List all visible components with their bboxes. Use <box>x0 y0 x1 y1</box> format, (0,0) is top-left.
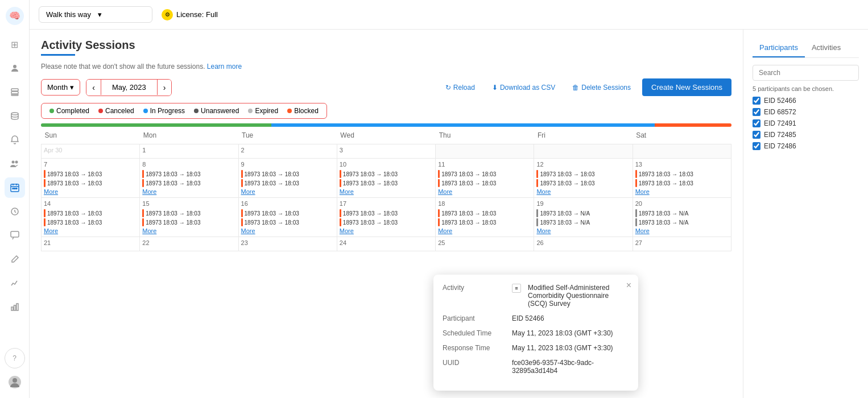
project-selector[interactable]: Walk this way ▾ <box>39 6 152 23</box>
session-item[interactable]: 18973 18:03 → 18:03 <box>142 170 235 178</box>
database-icon[interactable] <box>5 106 25 126</box>
history-icon[interactable] <box>5 201 25 222</box>
more-link[interactable]: More <box>142 188 235 195</box>
session-item[interactable]: 18973 18:03 → 18:03 <box>142 179 235 187</box>
learn-more-link[interactable]: Learn more <box>207 63 242 71</box>
session-item[interactable]: 18973 18:03 → 18:03 <box>635 170 729 178</box>
session-item[interactable]: 18973 18:03 → 18:03 <box>438 209 531 217</box>
col-sun: Sun <box>42 127 140 144</box>
analytics-icon[interactable] <box>5 297 25 317</box>
session-item[interactable]: 18973 18:03 → N/A <box>635 209 729 217</box>
session-item[interactable]: 18973 18:03 → N/A <box>635 218 729 226</box>
participant-checkbox[interactable] <box>753 131 760 139</box>
session-item[interactable]: 18973 18:03 → 18:03 <box>241 179 334 187</box>
svg-point-7 <box>11 161 14 164</box>
inprogress-dot <box>143 109 148 113</box>
session-item[interactable]: 18973 18:03 → 18:03 <box>142 218 235 226</box>
col-wed: Wed <box>337 127 435 144</box>
more-link[interactable]: More <box>340 188 433 195</box>
layers-icon[interactable] <box>5 82 25 102</box>
session-item[interactable]: 18973 18:03 → 18:03 <box>340 179 433 187</box>
session-item[interactable]: 18973 18:03 → 18:03 <box>536 179 630 187</box>
create-button[interactable]: Create New Sessions <box>642 78 731 96</box>
month-selector[interactable]: Month ▾ <box>41 79 80 96</box>
session-item[interactable]: 18973 18:03 → 18:03 <box>536 170 630 178</box>
session-item[interactable]: 18973 18:03 → 18:03 <box>340 209 433 217</box>
participants-list: EID 52466EID 68572EID 72491EID 72485EID … <box>753 97 859 150</box>
download-button[interactable]: ⬇ Download as CSV <box>486 80 561 95</box>
chat-icon[interactable] <box>5 225 25 246</box>
more-link[interactable]: More <box>635 188 729 195</box>
session-item[interactable]: 18973 18:03 → N/A <box>536 218 630 226</box>
help-icon[interactable]: ? <box>5 348 25 368</box>
popup-close-button[interactable]: × <box>626 280 631 291</box>
avatar-icon[interactable] <box>5 372 25 392</box>
more-link[interactable]: More <box>44 188 137 195</box>
session-item[interactable]: 18973 18:03 → N/A <box>536 209 630 217</box>
day-number: 3 <box>340 147 433 154</box>
session-item[interactable]: 18973 18:03 → 18:03 <box>438 179 531 187</box>
session-item[interactable]: 18973 18:03 → 18:03 <box>241 218 334 226</box>
more-link[interactable]: More <box>44 227 137 234</box>
delete-button[interactable]: 🗑 Delete Sessions <box>567 80 636 95</box>
popup-scheduled-row: Scheduled Time May 11, 2023 18:03 (GMT +… <box>443 329 629 337</box>
session-item[interactable]: 18973 18:03 → 18:03 <box>44 170 137 178</box>
more-link[interactable]: More <box>241 227 334 234</box>
session-bar <box>241 170 243 178</box>
calendar-cell: 718973 18:03 → 18:0318973 18:03 → 18:03M… <box>42 159 140 198</box>
session-item[interactable]: 18973 18:03 → 18:03 <box>44 209 137 217</box>
more-link[interactable]: More <box>438 188 531 195</box>
popup-uuid-value: fce03e96-9357-43bc-9adc-32895a3d14b4 <box>512 359 629 375</box>
session-item[interactable]: 18973 18:03 → 18:03 <box>340 218 433 226</box>
session-item[interactable]: 18973 18:03 → 18:03 <box>241 170 334 178</box>
session-item[interactable]: 18973 18:03 → 18:03 <box>340 170 433 178</box>
calendar-cell: 1118973 18:03 → 18:0318973 18:03 → 18:03… <box>436 159 534 198</box>
day-number: 18 <box>438 200 531 207</box>
svg-point-8 <box>15 161 18 164</box>
more-link[interactable]: More <box>241 188 334 195</box>
search-input[interactable] <box>753 65 859 81</box>
next-month-button[interactable]: › <box>158 80 172 96</box>
more-link[interactable]: More <box>142 227 235 234</box>
tab-participants[interactable]: Participants <box>753 39 805 57</box>
session-item[interactable]: 18973 18:03 → 18:03 <box>635 179 729 187</box>
calendar-cell: 3 <box>337 144 435 159</box>
participant-checkbox[interactable] <box>753 142 760 150</box>
session-item[interactable]: 18973 18:03 → 18:03 <box>438 218 531 226</box>
more-link[interactable]: More <box>340 227 433 234</box>
bell-icon[interactable] <box>5 130 25 150</box>
download-icon: ⬇ <box>492 84 498 92</box>
session-item[interactable]: 18973 18:03 → 18:03 <box>438 170 531 178</box>
more-link[interactable]: More <box>536 227 630 234</box>
user-icon[interactable] <box>5 58 25 78</box>
session-item[interactable]: 18973 18:03 → 18:03 <box>241 209 334 217</box>
chart-icon[interactable] <box>5 273 25 293</box>
session-item[interactable]: 18973 18:03 → 18:03 <box>142 209 235 217</box>
session-item[interactable]: 18973 18:03 → 18:03 <box>44 218 137 226</box>
reload-button[interactable]: ↻ Reload <box>440 80 481 95</box>
participant-checkbox[interactable] <box>753 108 760 116</box>
home-icon[interactable]: ⊞ <box>5 34 25 55</box>
more-link[interactable]: More <box>438 227 531 234</box>
session-text: 18973 18:03 → N/A <box>540 210 590 217</box>
left-panel: Activity Sessions Please note that we do… <box>30 30 743 398</box>
content-area: Activity Sessions Please note that we do… <box>30 30 868 398</box>
tab-activities[interactable]: Activities <box>805 39 848 57</box>
people-icon[interactable] <box>5 154 25 174</box>
more-link[interactable]: More <box>536 188 630 195</box>
day-number: 10 <box>340 161 433 168</box>
inprogress-label: In Progress <box>150 107 185 115</box>
participant-checkbox[interactable] <box>753 97 760 105</box>
svg-point-10 <box>13 188 14 189</box>
session-item[interactable]: 18973 18:03 → 18:03 <box>44 179 137 187</box>
delete-label: Delete Sessions <box>581 84 631 92</box>
prev-month-button[interactable]: ‹ <box>86 80 101 96</box>
day-number: 22 <box>142 239 235 246</box>
calendar-icon[interactable] <box>5 177 25 198</box>
svg-rect-16 <box>14 305 15 310</box>
more-link[interactable]: More <box>635 227 729 234</box>
participant-item: EID 72491 <box>753 119 859 127</box>
edit-icon[interactable] <box>5 249 25 270</box>
legend-expired: Expired <box>248 107 278 115</box>
participant-checkbox[interactable] <box>753 119 760 127</box>
